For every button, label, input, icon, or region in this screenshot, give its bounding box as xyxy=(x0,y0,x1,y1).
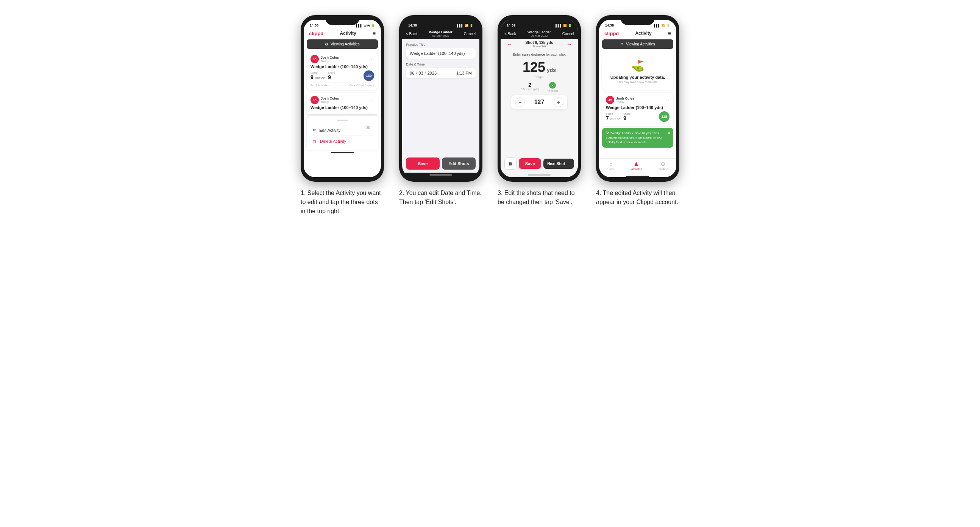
next-arrow-icon: → xyxy=(566,162,570,166)
phone3-screen: 14:39 ▌▌▌ 📶 🔋 < Back Wedge Ladder 06 Mar… xyxy=(501,20,578,177)
phone4-shots-block: Shots 9 xyxy=(623,113,630,121)
phone4-viewing-label: Viewing Activities xyxy=(626,42,655,46)
phone2-back-btn[interactable]: < Back xyxy=(406,32,418,36)
sheet-close-icon[interactable]: ✕ xyxy=(366,125,370,131)
date-time-label: Date & Time xyxy=(406,62,476,66)
phone3-nav-title: Wedge Ladder xyxy=(528,30,551,34)
card2-user-details: Josh Coles Today xyxy=(321,97,339,104)
phone3-shot-body: Enter carry distance for each shot 125 y… xyxy=(501,49,578,154)
distance-value: 125 xyxy=(523,59,545,75)
success-toast: ✅ "Wedge Ladder (100–140 yds)" was updat… xyxy=(602,128,673,148)
edit-activity-item[interactable]: ✏ Edit Activity xyxy=(313,125,372,135)
card1-footer1: Test Information xyxy=(310,84,329,87)
phone3-footer: 🗑 Save Next Shot → xyxy=(501,154,578,173)
updating-sub: This may take a few moments. xyxy=(606,80,670,84)
phone4-quality-badge: 118 xyxy=(659,111,670,122)
edit-icon: ✏ xyxy=(313,128,316,132)
edit-activity-label: Edit Activity xyxy=(319,128,340,132)
sheet-handle xyxy=(337,120,348,121)
phone4-viewing-bar: ⚙ Viewing Activities xyxy=(602,40,673,49)
signal-icon: ▌▌▌ xyxy=(356,24,363,27)
caption2: 2. You can edit Date and Time. Then tap … xyxy=(399,189,482,207)
increment-btn[interactable]: + xyxy=(554,97,563,107)
card1-user-info: JC Josh Coles Today xyxy=(310,55,339,63)
input-value[interactable]: 127 xyxy=(529,99,549,106)
home-tab-label: Home xyxy=(608,168,614,170)
phone2-nav-title: Wedge Ladder xyxy=(429,30,452,34)
card2-username: Josh Coles xyxy=(321,97,339,100)
caption3: 3. Edit the shots that need to be change… xyxy=(498,189,581,207)
delete-activity-item[interactable]: 🗑 Delete Activity xyxy=(313,136,372,146)
phone2-edit-shots-btn[interactable]: Edit Shots xyxy=(442,157,476,170)
toast-close-icon[interactable]: ✕ xyxy=(667,130,670,136)
phone4-score-value: 7 OUT OF xyxy=(606,115,620,121)
card1-shots-value: 9 xyxy=(328,74,335,80)
card2-more-dots[interactable]: ··· xyxy=(369,97,374,103)
phone1-screen: 14:38 ▌▌▌ WiFi 🔋 clippd Activity ≡ ⚙ xyxy=(304,20,381,177)
phone3-battery: 🔋 xyxy=(568,24,572,27)
diff-row: 2 Difference (yds) Hit Target xyxy=(520,82,558,92)
phone2-screen: 14:38 ▌▌▌ 📶 🔋 < Back Wedge Ladder 06 Mar… xyxy=(402,20,479,177)
phone2: 14:38 ▌▌▌ 📶 🔋 < Back Wedge Ladder 06 Mar… xyxy=(399,15,482,182)
tab-home[interactable]: ⌂ Home xyxy=(608,161,614,170)
card1-avatar: JC xyxy=(310,55,319,63)
phone4-card-title: Wedge Ladder (100–140 yds) xyxy=(606,105,670,110)
diff-value: 2 xyxy=(520,82,539,88)
card1-username: Josh Coles xyxy=(321,56,339,59)
next-shot-btn[interactable]: Next Shot → xyxy=(543,159,574,169)
practice-title-label: Practice Title xyxy=(406,43,476,46)
card2-date: Today xyxy=(321,100,339,104)
phone3-save-btn[interactable]: Save xyxy=(519,158,541,169)
phone1-menu-icon[interactable]: ≡ xyxy=(372,30,375,37)
phone3-status-bar: 14:39 ▌▌▌ 📶 🔋 xyxy=(501,20,578,29)
card2-title: Wedge Ladder (100–140 yds) xyxy=(310,105,374,110)
card1-stats: Score 9 OUT OF Shots 9 130 xyxy=(310,70,374,81)
card1-quality-badge: 130 xyxy=(364,70,374,81)
activities-tab-label: Activities xyxy=(631,168,642,170)
phone3-time: 14:39 xyxy=(507,24,515,27)
tab-capture[interactable]: ⊕ Capture xyxy=(659,161,668,170)
phone4-user-info: JC Josh Coles Today xyxy=(606,96,634,104)
phone3-cancel-btn[interactable]: Cancel xyxy=(562,32,574,36)
phone4-shots-label: Shots xyxy=(623,113,630,115)
capture-icon: ⊕ xyxy=(661,161,665,167)
phone3-edit-nav: < Back Wedge Ladder 06 Mar 2023 Cancel xyxy=(501,29,578,39)
distance-input-row: − 127 + xyxy=(511,95,567,110)
phone3-back-btn[interactable]: < Back xyxy=(504,32,516,36)
tab-activities[interactable]: ♟ Activities xyxy=(631,161,642,170)
card1-title: Wedge Ladder (100–140 yds) xyxy=(310,64,374,69)
activities-icon: ♟ xyxy=(634,161,639,167)
caption1: 1. Select the Activity you want to edit … xyxy=(301,189,384,216)
phone4-score-block: Score 7 OUT OF xyxy=(606,113,620,121)
phone4-menu-icon[interactable]: ≡ xyxy=(668,30,671,37)
phone4-logo: clippd xyxy=(605,31,619,37)
phone1: 14:38 ▌▌▌ WiFi 🔋 clippd Activity ≡ ⚙ xyxy=(301,15,384,182)
updating-box: ⛳ Updating your activity data. This may … xyxy=(602,53,673,90)
phone2-save-btn[interactable]: Save xyxy=(406,157,440,170)
phone2-status-icons: ▌▌▌ 📶 🔋 xyxy=(457,24,473,27)
phone2-home-indicator xyxy=(430,174,452,176)
phone4-more-dots[interactable]: ··· xyxy=(665,97,670,103)
phone3: 14:39 ▌▌▌ 📶 🔋 < Back Wedge Ladder 06 Mar… xyxy=(498,15,581,182)
phone4-username: Josh Coles xyxy=(616,97,634,100)
prev-shot-arrow[interactable]: ← xyxy=(507,41,512,47)
phone4-date: Today xyxy=(616,100,634,104)
card2-header: JC Josh Coles Today ··· xyxy=(310,96,374,104)
date-time-row[interactable]: 06 / 03 / 2023 1:13 PM xyxy=(406,68,476,78)
phone1-time: 14:38 xyxy=(310,24,318,27)
next-shot-arrow[interactable]: → xyxy=(566,41,572,47)
phone2-wifi: 📶 xyxy=(465,24,468,27)
phone2-form-body: Practice Title Wedge Ladder (100–140 yds… xyxy=(402,39,479,154)
phone2-cancel-btn[interactable]: Cancel xyxy=(464,32,476,36)
diff-block: 2 Difference (yds) xyxy=(520,82,539,92)
practice-title-input[interactable]: Wedge Ladder (100–140 yds) xyxy=(406,48,476,59)
phone4-score-label: Score xyxy=(606,113,620,115)
shot-delete-btn[interactable]: 🗑 xyxy=(504,157,517,170)
phone4-nav-title: Activity xyxy=(635,31,651,36)
battery-icon: 🔋 xyxy=(371,24,375,27)
card1-footer: Test Information Data: Clippd Capture xyxy=(310,83,374,87)
card1-more-dots[interactable]: ··· xyxy=(369,56,374,62)
target-label: Target xyxy=(535,75,543,79)
decrement-btn[interactable]: − xyxy=(515,97,525,107)
hit-target-label: Hit Target xyxy=(547,89,558,92)
